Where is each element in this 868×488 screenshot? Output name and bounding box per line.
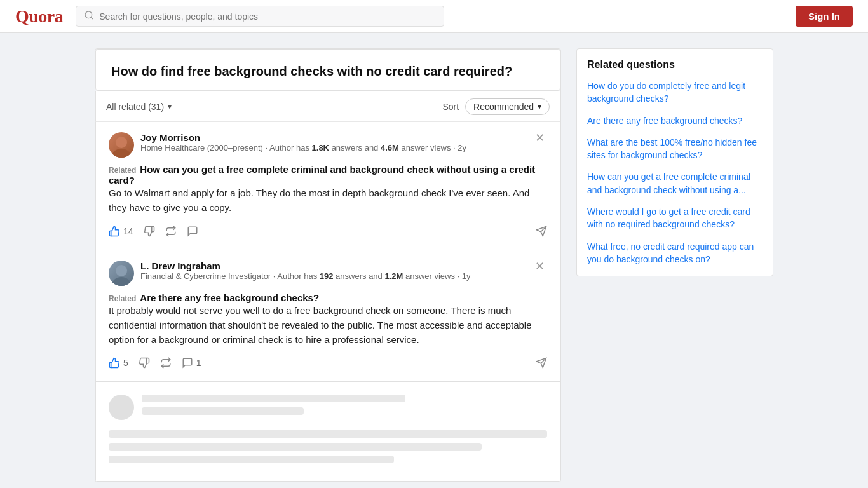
sidebar-column: Related questions How do you do complete… xyxy=(576,48,773,482)
related-link-4[interactable]: Where would I go to get a free credit ca… xyxy=(587,205,763,231)
downvote-icon xyxy=(139,357,150,369)
author-info-drew: L. Drew Ingraham Financial & Cybercrime … xyxy=(109,261,471,286)
downvote-icon xyxy=(144,226,155,237)
skeleton-line-3 xyxy=(109,430,547,438)
downvote-button-drew[interactable] xyxy=(139,355,150,371)
related-question-text-drew[interactable]: Are there any free background checks? xyxy=(140,292,319,303)
author-meta-drew: Financial & Cybercrime Investigator · Au… xyxy=(140,271,471,281)
all-related-filter[interactable]: All related (31) ▾ xyxy=(106,102,172,112)
author-details-drew: L. Drew Ingraham Financial & Cybercrime … xyxy=(140,261,471,281)
comment-button-joy[interactable] xyxy=(187,223,198,240)
share-rotate-button-joy[interactable] xyxy=(165,223,177,240)
comment-icon xyxy=(182,357,193,369)
chevron-down-icon: ▾ xyxy=(538,102,541,111)
action-bar-joy: 14 xyxy=(109,223,547,240)
related-tag-joy: Related xyxy=(109,166,136,175)
answer-body-drew: It probably would not serve you well to … xyxy=(109,303,547,348)
related-link-3[interactable]: How can you get a free complete criminal… xyxy=(587,170,763,196)
share-icon xyxy=(536,357,547,369)
upvote-button-drew[interactable]: 5 xyxy=(109,355,128,371)
skeleton-row xyxy=(109,395,547,420)
share-icon xyxy=(536,226,547,237)
comment-button-drew[interactable]: 1 xyxy=(182,355,201,371)
header-right: Sign In xyxy=(796,6,853,27)
author-info-joy: Joy Morrison Home Healthcare (2000–prese… xyxy=(109,132,466,158)
related-link-1[interactable]: Are there any free background checks? xyxy=(587,114,763,127)
upvote-count-drew: 5 xyxy=(123,358,128,368)
author-meta-joy: Home Healthcare (2000–present) · Author … xyxy=(140,143,466,152)
share-rotate-icon xyxy=(165,226,177,237)
quora-logo[interactable]: Quora xyxy=(15,6,63,27)
share-button-joy[interactable] xyxy=(536,223,547,240)
related-link-2[interactable]: What are the best 100% free/no hidden fe… xyxy=(587,136,763,162)
svg-point-3 xyxy=(112,149,130,158)
chevron-down-icon: ▾ xyxy=(168,102,172,111)
sort-section: Sort Recommended ▾ xyxy=(442,98,550,115)
author-name-drew[interactable]: L. Drew Ingraham xyxy=(140,261,471,271)
svg-point-0 xyxy=(85,11,92,18)
header: Quora Sign In xyxy=(0,0,868,33)
search-input[interactable] xyxy=(99,11,436,22)
comment-icon xyxy=(187,226,198,237)
upvote-button-joy[interactable]: 14 xyxy=(109,223,133,240)
all-related-label: All related (31) xyxy=(106,102,164,112)
sign-in-button[interactable]: Sign In xyxy=(796,6,853,27)
main-layout: How do find free background checks with … xyxy=(85,33,783,488)
downvote-button-joy[interactable] xyxy=(144,223,155,240)
share-rotate-icon xyxy=(160,357,172,369)
content-column: How do find free background checks with … xyxy=(95,48,561,482)
action-bar-drew: 5 xyxy=(109,355,547,371)
avatar-drew xyxy=(109,261,134,286)
share-button-drew[interactable] xyxy=(536,355,547,371)
skeleton-line-4 xyxy=(109,443,482,451)
related-question-text-joy[interactable]: How can you get a free complete criminal… xyxy=(109,164,535,186)
upvote-icon xyxy=(109,357,120,369)
sort-label: Sort xyxy=(442,102,459,112)
upvote-icon xyxy=(109,226,120,237)
search-bar xyxy=(76,6,444,27)
answer-header-joy: Joy Morrison Home Healthcare (2000–prese… xyxy=(109,132,547,158)
skeleton-loading-card xyxy=(95,382,560,482)
related-questions-card: Related questions How do you do complete… xyxy=(576,48,773,276)
skeleton-line-2 xyxy=(142,407,304,415)
skeleton-avatar xyxy=(109,395,134,420)
skeleton-line-1 xyxy=(142,395,405,402)
svg-point-6 xyxy=(116,265,127,276)
comment-count-drew: 1 xyxy=(196,358,201,368)
author-details-joy: Joy Morrison Home Healthcare (2000–prese… xyxy=(140,132,466,152)
related-tag-drew: Related xyxy=(109,294,136,303)
close-answer-drew[interactable]: ✕ xyxy=(532,261,547,272)
skeleton-content xyxy=(142,395,547,420)
sort-bar: All related (31) ▾ Sort Recommended ▾ xyxy=(95,91,560,122)
related-link-5[interactable]: What free, no credit card required app c… xyxy=(587,240,763,266)
answer-card-drew: L. Drew Ingraham Financial & Cybercrime … xyxy=(95,250,560,383)
close-answer-joy[interactable]: ✕ xyxy=(532,132,547,144)
sort-dropdown[interactable]: Recommended ▾ xyxy=(465,98,550,115)
sort-value: Recommended xyxy=(473,102,534,112)
search-icon xyxy=(84,10,94,22)
avatar-joy xyxy=(109,132,134,158)
upvote-count-joy: 14 xyxy=(123,226,133,236)
related-question-joy: RelatedHow can you get a free complete c… xyxy=(109,164,547,186)
share-rotate-button-drew[interactable] xyxy=(160,355,172,371)
answer-card-joy: Joy Morrison Home Healthcare (2000–prese… xyxy=(95,122,560,250)
svg-point-7 xyxy=(112,277,130,286)
question-card: How do find free background checks with … xyxy=(95,49,560,91)
skeleton-line-5 xyxy=(109,456,394,463)
answer-body-joy: Go to Walmart and apply for a job. They … xyxy=(109,186,547,215)
answer-header-drew: L. Drew Ingraham Financial & Cybercrime … xyxy=(109,261,547,286)
svg-line-1 xyxy=(91,17,93,19)
author-name-joy[interactable]: Joy Morrison xyxy=(140,132,466,143)
question-title: How do find free background checks with … xyxy=(111,62,545,80)
skeleton-lines xyxy=(109,430,547,463)
related-question-drew: RelatedAre there any free background che… xyxy=(109,292,547,303)
question-answers-wrapper: How do find free background checks with … xyxy=(95,48,561,482)
related-questions-title: Related questions xyxy=(587,59,763,71)
svg-point-2 xyxy=(116,137,127,148)
related-link-0[interactable]: How do you do completely free and legit … xyxy=(587,79,763,105)
